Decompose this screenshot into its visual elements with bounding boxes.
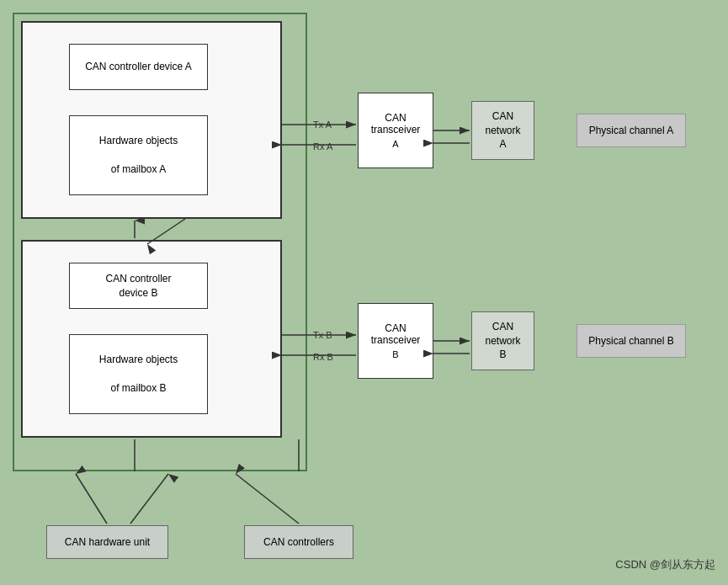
transceiver-b-box: CANtransceiver B (358, 303, 433, 379)
hw-unit-text: CAN hardware unit (65, 536, 150, 548)
tx-a-label: Tx A (313, 120, 332, 130)
hw-unit-label: CAN hardware unit (46, 525, 168, 559)
hw-objects-a-box: Hardware objectsof mailbox A (69, 115, 208, 195)
hw-objects-a-label: Hardware objectsof mailbox A (99, 134, 178, 176)
hw-unit-to-box-arrow (76, 474, 107, 524)
controllers-to-inner-b-arrow (236, 474, 299, 524)
watermark: CSDN @剑从东方起 (615, 557, 715, 572)
tx-b-label: Tx B (313, 330, 332, 340)
network-b-box: CANnetworkB (471, 311, 534, 370)
physical-channel-b-label: Physical channel B (588, 335, 673, 347)
controller-device-b-box: CAN controllerdevice B (69, 263, 208, 309)
controller-device-b-label: CAN controllerdevice B (105, 272, 171, 300)
rx-b-label: Rx B (313, 352, 333, 362)
physical-channel-a: Physical channel A (577, 114, 686, 147)
inner-box-a: CAN controller device A Hardware objects… (21, 21, 282, 219)
transceiver-a-sublabel: A (392, 139, 398, 149)
network-a-label: CANnetworkA (485, 109, 520, 152)
controller-device-a-box: CAN controller device A (69, 44, 208, 90)
controllers-text: CAN controllers (263, 536, 334, 548)
inner-box-b: CAN controllerdevice B Hardware objectso… (21, 240, 282, 438)
physical-channel-a-label: Physical channel A (589, 125, 674, 136)
network-a-box: CANnetworkA (471, 101, 534, 160)
transceiver-a-box: CANtransceiver A (358, 93, 433, 168)
physical-channel-b: Physical channel B (577, 324, 686, 358)
diagram-container: CAN controller device A Hardware objects… (0, 0, 728, 585)
controller-device-a-label: CAN controller device A (85, 60, 192, 74)
hw-objects-b-label: Hardware objectsof mailbox B (99, 353, 178, 395)
transceiver-b-label: CANtransceiver (371, 322, 421, 346)
rx-a-label: Rx A (313, 141, 332, 152)
transceiver-a-label: CANtransceiver (371, 112, 421, 136)
network-b-label: CANnetworkB (485, 320, 520, 362)
hw-objects-b-box: Hardware objectsof mailbox B (69, 334, 208, 414)
controllers-label: CAN controllers (244, 525, 353, 559)
transceiver-b-sublabel: B (392, 349, 398, 359)
hw-unit-to-box-arrow2 (130, 474, 168, 524)
